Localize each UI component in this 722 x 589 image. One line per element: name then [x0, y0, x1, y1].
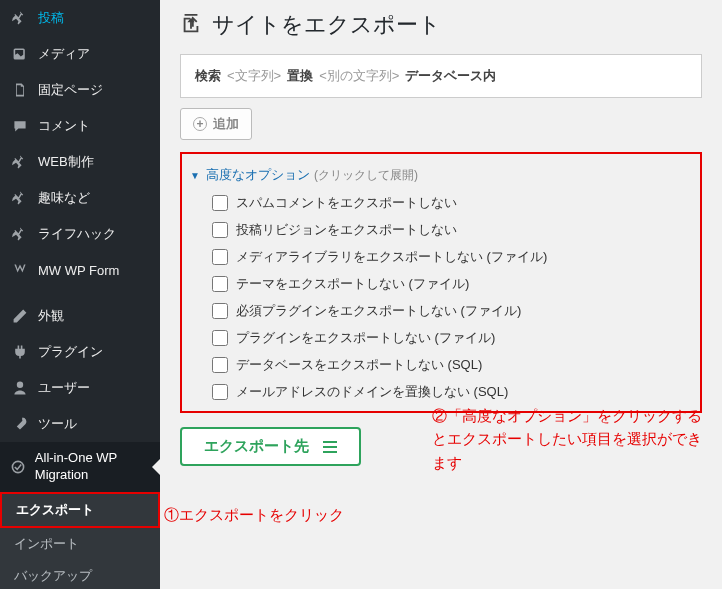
tool-icon — [10, 414, 30, 434]
find-placeholder[interactable]: <文字列> — [227, 67, 281, 85]
submenu-item-backup[interactable]: バックアップ — [0, 560, 160, 589]
opt-spam-comments[interactable]: スパムコメントをエクスポートしない — [212, 194, 688, 212]
sidebar-item-label: 固定ページ — [38, 81, 103, 99]
svg-point-0 — [13, 461, 24, 472]
hamburger-icon — [323, 441, 337, 453]
sidebar-item-lifehack[interactable]: ライフハック — [0, 216, 160, 252]
sidebar-item-label: All-in-One WP Migration — [35, 450, 152, 484]
opt-label: メールアドレスのドメインを置換しない (SQL) — [236, 383, 508, 401]
sidebar-item-label: ライフハック — [38, 225, 116, 243]
advanced-options-box: ▼ 高度なオプション (クリックして展開) スパムコメントをエクスポートしない … — [180, 152, 702, 413]
submenu-label: エクスポート — [16, 502, 94, 517]
brush-icon — [10, 306, 30, 326]
submenu-label: インポート — [14, 536, 79, 551]
replace-placeholder[interactable]: <別の文字列> — [319, 67, 399, 85]
advanced-options-list: スパムコメントをエクスポートしない 投稿リビジョンをエクスポートしない メディア… — [190, 194, 688, 401]
sidebar-item-label: ユーザー — [38, 379, 90, 397]
opt-media-library[interactable]: メディアライブラリをエクスポートしない (ファイル) — [212, 248, 688, 266]
sidebar-item-appearance[interactable]: 外観 — [0, 298, 160, 334]
pin-icon — [10, 8, 30, 28]
opt-themes[interactable]: テーマをエクスポートしない (ファイル) — [212, 275, 688, 293]
annotation-2: ②「高度なオプション」をクリックするとエクスポートしたい項目を選択ができます — [432, 404, 710, 474]
export-to-label: エクスポート先 — [204, 437, 309, 456]
sidebar-item-web[interactable]: WEB制作 — [0, 144, 160, 180]
migration-icon — [10, 457, 27, 477]
export-to-button[interactable]: エクスポート先 — [180, 427, 361, 466]
admin-sidebar: 投稿 メディア 固定ページ コメント WEB制作 趣味など ライフハック MW … — [0, 0, 160, 589]
opt-label: 必須プラグインをエクスポートしない (ファイル) — [236, 302, 521, 320]
export-icon — [180, 14, 202, 36]
triangle-down-icon: ▼ — [190, 170, 200, 181]
page-icon — [10, 80, 30, 100]
pin-icon — [10, 188, 30, 208]
plus-icon: + — [193, 117, 207, 131]
advanced-options-hint: (クリックして展開) — [314, 167, 418, 184]
advanced-options-toggle[interactable]: ▼ 高度なオプション (クリックして展開) — [190, 164, 688, 194]
opt-checkbox[interactable] — [212, 330, 228, 346]
sidebar-item-label: WEB制作 — [38, 153, 94, 171]
find-label: 検索 — [195, 67, 221, 85]
sidebar-item-posts[interactable]: 投稿 — [0, 0, 160, 36]
submenu-item-export[interactable]: エクスポート — [0, 492, 160, 528]
in-db-label: データベース内 — [405, 67, 496, 85]
pin-icon — [10, 152, 30, 172]
opt-post-revisions[interactable]: 投稿リビジョンをエクスポートしない — [212, 221, 688, 239]
sidebar-item-label: プラグイン — [38, 343, 103, 361]
sidebar-item-label: メディア — [38, 45, 90, 63]
add-button[interactable]: + 追加 — [180, 108, 252, 140]
opt-checkbox[interactable] — [212, 249, 228, 265]
opt-database[interactable]: データベースをエクスポートしない (SQL) — [212, 356, 688, 374]
opt-mu-plugins[interactable]: 必須プラグインをエクスポートしない (ファイル) — [212, 302, 688, 320]
opt-checkbox[interactable] — [212, 222, 228, 238]
sidebar-item-label: MW WP Form — [38, 263, 119, 278]
opt-checkbox[interactable] — [212, 276, 228, 292]
submenu-item-import[interactable]: インポート — [0, 528, 160, 560]
opt-label: スパムコメントをエクスポートしない — [236, 194, 457, 212]
form-icon — [10, 260, 30, 280]
user-icon — [10, 378, 30, 398]
opt-checkbox[interactable] — [212, 303, 228, 319]
sidebar-item-hobby[interactable]: 趣味など — [0, 180, 160, 216]
sidebar-item-label: コメント — [38, 117, 90, 135]
opt-plugins[interactable]: プラグインをエクスポートしない (ファイル) — [212, 329, 688, 347]
opt-label: プラグインをエクスポートしない (ファイル) — [236, 329, 495, 347]
opt-label: データベースをエクスポートしない (SQL) — [236, 356, 482, 374]
opt-label: 投稿リビジョンをエクスポートしない — [236, 221, 457, 239]
submenu-label: バックアップ — [14, 568, 92, 583]
sidebar-submenu: エクスポート インポート バックアップ — [0, 492, 160, 589]
opt-checkbox[interactable] — [212, 357, 228, 373]
advanced-options-title: 高度なオプション — [206, 166, 310, 184]
opt-label: メディアライブラリをエクスポートしない (ファイル) — [236, 248, 547, 266]
sidebar-item-label: 外観 — [38, 307, 64, 325]
sidebar-item-comments[interactable]: コメント — [0, 108, 160, 144]
find-replace-row: 検索 <文字列> 置換 <別の文字列> データベース内 — [180, 54, 702, 98]
annotation-1: ①エクスポートをクリック — [164, 506, 344, 525]
sidebar-item-users[interactable]: ユーザー — [0, 370, 160, 406]
sidebar-item-pages[interactable]: 固定ページ — [0, 72, 160, 108]
page-title: サイトをエクスポート — [180, 0, 702, 54]
opt-checkbox[interactable] — [212, 384, 228, 400]
pin-icon — [10, 224, 30, 244]
sidebar-item-tools[interactable]: ツール — [0, 406, 160, 442]
media-icon — [10, 44, 30, 64]
sidebar-item-media[interactable]: メディア — [0, 36, 160, 72]
replace-label: 置換 — [287, 67, 313, 85]
sidebar-item-label: 投稿 — [38, 9, 64, 27]
plugin-icon — [10, 342, 30, 362]
add-button-label: 追加 — [213, 115, 239, 133]
sidebar-item-label: 趣味など — [38, 189, 90, 207]
opt-label: テーマをエクスポートしない (ファイル) — [236, 275, 469, 293]
sidebar-item-plugins[interactable]: プラグイン — [0, 334, 160, 370]
opt-checkbox[interactable] — [212, 195, 228, 211]
page-title-text: サイトをエクスポート — [212, 10, 441, 40]
sidebar-item-migration[interactable]: All-in-One WP Migration — [0, 442, 160, 492]
sidebar-item-mwwpform[interactable]: MW WP Form — [0, 252, 160, 288]
opt-email-domain[interactable]: メールアドレスのドメインを置換しない (SQL) — [212, 383, 688, 401]
sidebar-item-label: ツール — [38, 415, 77, 433]
comment-icon — [10, 116, 30, 136]
main-panel: サイトをエクスポート 検索 <文字列> 置換 <別の文字列> データベース内 +… — [160, 0, 722, 589]
